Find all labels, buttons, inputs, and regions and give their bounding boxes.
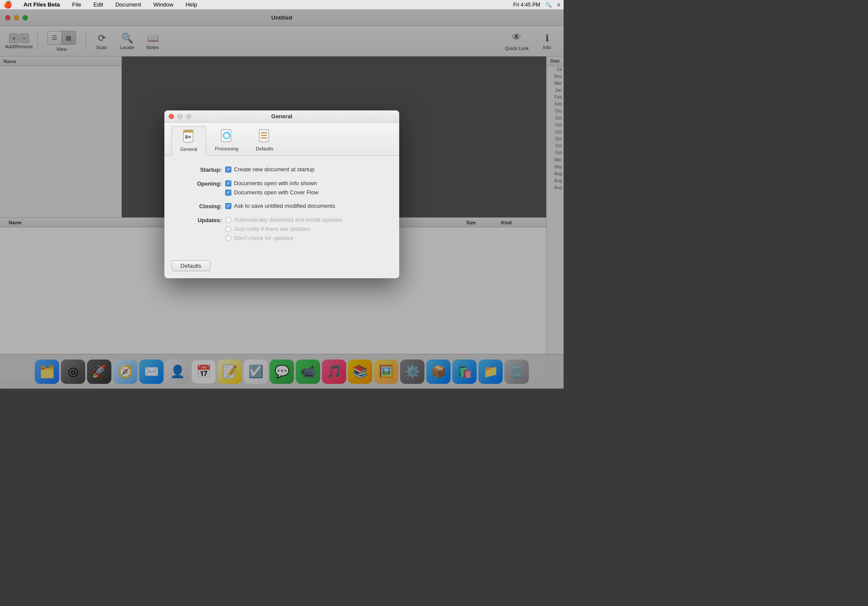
apple-menu[interactable]: 🍎 (3, 0, 12, 9)
updates-radio-3[interactable] (225, 235, 231, 241)
svg-rect-8 (261, 132, 267, 133)
tab-general-label: General (180, 147, 197, 152)
modal-overlay: General General (0, 0, 564, 389)
updates-radio-label-3: Don't check for updates (234, 235, 293, 241)
svg-rect-1 (184, 130, 193, 133)
startup-checkbox-row: ✓ Create new document at startup (225, 166, 314, 173)
opening-checkbox-label-1: Documents open with info shown (234, 180, 317, 186)
tab-processing[interactable]: Processing (208, 126, 245, 155)
menubar-search-icon[interactable]: 🔍 (545, 2, 552, 8)
updates-radio-row-2: Just notify if there are updates (225, 226, 342, 232)
menu-window[interactable]: Window (150, 1, 176, 8)
svg-point-3 (188, 136, 191, 138)
defaults-button[interactable]: Defaults (171, 260, 210, 271)
updates-radio-label-1: Automatically download and install updat… (234, 216, 342, 223)
updates-radio-1[interactable] (225, 217, 231, 223)
menubar-right: Fri 4:45 PM 🔍 ≡ (513, 2, 560, 8)
tab-processing-label: Processing (215, 146, 238, 151)
dialog-title: General (271, 113, 292, 120)
menu-file[interactable]: File (70, 1, 84, 8)
opening-row: Opening: ✓ Documents open with info show… (178, 180, 385, 196)
opening-checkmark-1: ✓ (227, 181, 230, 186)
closing-checkbox[interactable]: ✓ (225, 203, 231, 209)
startup-checkmark: ✓ (227, 167, 230, 172)
svg-rect-2 (185, 135, 188, 139)
svg-rect-10 (261, 137, 267, 139)
menu-help[interactable]: Help (183, 1, 200, 8)
updates-radio-row-3: Don't check for updates (225, 235, 342, 241)
general-tab-icon (181, 129, 197, 145)
dialog-toolbar: General Processing (164, 123, 399, 156)
updates-label: Updates: (178, 216, 222, 223)
opening-checkmark-2: ✓ (227, 190, 230, 195)
dialog-max-button (186, 114, 191, 119)
updates-radio-label-2: Just notify if there are updates (234, 226, 310, 232)
opening-checkbox-row-1: ✓ Documents open with info shown (225, 180, 318, 186)
tab-general[interactable]: General (171, 126, 206, 156)
startup-checkbox-label: Create new document at startup (234, 166, 314, 173)
svg-point-6 (227, 132, 229, 133)
tab-defaults-label: Defaults (256, 146, 273, 151)
updates-row: Updates: Automatically download and inst… (178, 216, 385, 241)
opening-checkbox-2[interactable]: ✓ (225, 190, 231, 196)
closing-checkbox-label: Ask to save untitled modified documents (234, 203, 335, 209)
closing-checkbox-row: ✓ Ask to save untitled modified document… (225, 203, 335, 209)
dialog-window-controls (169, 114, 191, 119)
processing-tab-icon (219, 129, 234, 144)
opening-label: Opening: (178, 180, 222, 187)
dialog-content: Startup: ✓ Create new document at startu… (164, 156, 399, 257)
dialog-footer: Defaults (164, 257, 399, 278)
defaults-tab-icon (257, 129, 272, 144)
updates-radio-row-1: Automatically download and install updat… (225, 216, 342, 223)
opening-checkbox-label-2: Documents open with Cover Flow (234, 189, 318, 196)
svg-rect-9 (261, 135, 267, 136)
menubar: 🍎 Art Files Beta File Edit Document Wind… (0, 0, 564, 10)
closing-checkmark: ✓ (227, 203, 230, 208)
menubar-time: Fri 4:45 PM (513, 2, 540, 8)
updates-radio-2[interactable] (225, 226, 231, 232)
dialog-min-button (177, 114, 183, 119)
general-dialog: General General (164, 110, 399, 278)
closing-label: Closing: (178, 203, 222, 210)
closing-row: Closing: ✓ Ask to save untitled modified… (178, 203, 385, 210)
opening-checkbox-1[interactable]: ✓ (225, 180, 231, 186)
startup-label: Startup: (178, 166, 222, 173)
app-name[interactable]: Art Files Beta (21, 1, 63, 8)
menubar-list-icon[interactable]: ≡ (557, 2, 560, 8)
menu-edit[interactable]: Edit (91, 1, 106, 8)
startup-row: Startup: ✓ Create new document at startu… (178, 166, 385, 173)
dialog-titlebar: General (164, 110, 399, 123)
startup-checkbox[interactable]: ✓ (225, 166, 231, 173)
opening-checkbox-row-2: ✓ Documents open with Cover Flow (225, 189, 318, 196)
dialog-close-button[interactable] (169, 114, 174, 119)
menu-document[interactable]: Document (113, 1, 144, 8)
tab-defaults[interactable]: Defaults (247, 126, 282, 155)
